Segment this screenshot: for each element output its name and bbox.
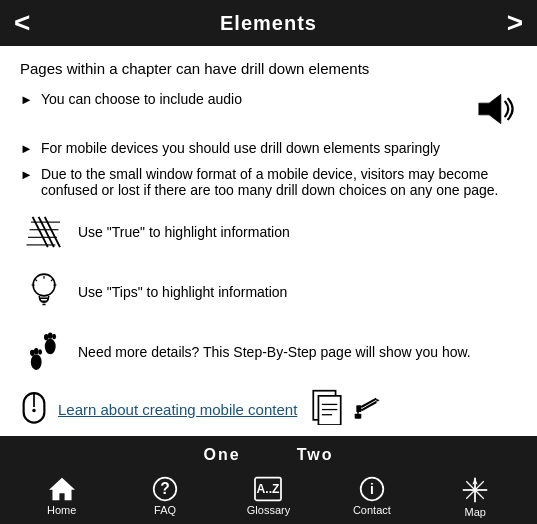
home-icon [47,476,77,502]
svg-line-13 [35,279,37,281]
intro-text: Pages within a chapter can have drill do… [20,60,517,77]
map-icon [461,476,489,504]
svg-point-19 [34,348,39,354]
link-row: Learn about creating mobile content [20,388,517,430]
tab-two[interactable]: Two [289,442,342,468]
svg-point-24 [52,334,56,339]
svg-point-17 [31,354,42,370]
feature-item-tips: Use "Tips" to highlight information [20,268,517,316]
main-content: Pages within a chapter can have drill do… [0,46,537,436]
svg-point-23 [48,333,53,339]
bullet-item-mobile: ► For mobile devices you should use dril… [20,140,517,156]
mouse-icon [20,388,48,430]
next-arrow[interactable]: > [493,9,537,37]
svg-rect-37 [355,414,362,419]
feature-item-steps: Need more details? This Step-By-Step pag… [20,328,517,376]
audio-icon [473,91,517,130]
nav-glossary[interactable]: A..Z Glossary [238,476,298,516]
bullet-arrow-2: ► [20,141,33,156]
svg-text:A..Z: A..Z [257,482,280,496]
svg-rect-29 [319,396,341,425]
nav-map-label: Map [465,506,486,518]
footer-nav: Home ? FAQ A..Z Glossary i Contact [0,470,537,524]
nav-map[interactable]: Map [445,476,505,518]
nav-faq[interactable]: ? FAQ [135,476,195,516]
header: < Elements > [0,0,537,46]
link-icons [311,389,383,429]
svg-point-27 [32,409,35,412]
faq-icon: ? [152,476,178,502]
edit-pencil-icon [353,392,383,426]
feature-item-true: Use "True" to highlight information [20,208,517,256]
feature-text-steps: Need more details? This Step-By-Step pag… [78,344,517,360]
feature-text-tips: Use "Tips" to highlight information [78,284,517,300]
prev-arrow[interactable]: < [0,9,44,37]
nav-home-label: Home [47,504,76,516]
nav-contact-label: Contact [353,504,391,516]
bullet-text-1: You can choose to include audio [41,91,465,107]
footer: One Two Home ? FAQ A..Z Glossary [0,436,537,524]
document-icon [311,389,343,429]
mobile-content-link[interactable]: Learn about creating mobile content [58,401,297,418]
svg-rect-33 [357,405,362,412]
tab-one[interactable]: One [196,442,249,468]
svg-marker-0 [479,94,501,123]
glossary-icon: A..Z [253,476,283,502]
bulb-icon [20,268,68,316]
lightning-icon [20,208,68,256]
nav-contact[interactable]: i Contact [342,476,402,516]
contact-icon: i [359,476,385,502]
bullet-item-audio: ► You can choose to include audio [20,91,517,130]
bullet-item-window: ► Due to the small window format of a mo… [20,166,517,198]
nav-home[interactable]: Home [32,476,92,516]
svg-marker-39 [49,478,75,501]
page-title: Elements [220,12,317,35]
bullet-arrow-3: ► [20,167,33,182]
feature-text-true: Use "True" to highlight information [78,224,517,240]
svg-line-14 [51,279,53,281]
svg-marker-36 [377,399,380,402]
nav-faq-label: FAQ [154,504,176,516]
footer-tabs: One Two [0,436,537,470]
nav-glossary-label: Glossary [247,504,290,516]
footprint-icon [20,328,68,376]
bullet-arrow-1: ► [20,92,33,107]
svg-text:?: ? [160,480,170,497]
svg-point-21 [45,339,56,355]
bullet-text-3: Due to the small window format of a mobi… [41,166,517,198]
svg-point-20 [38,349,42,354]
bullet-text-2: For mobile devices you should use drill … [41,140,517,156]
svg-text:i: i [370,481,374,497]
